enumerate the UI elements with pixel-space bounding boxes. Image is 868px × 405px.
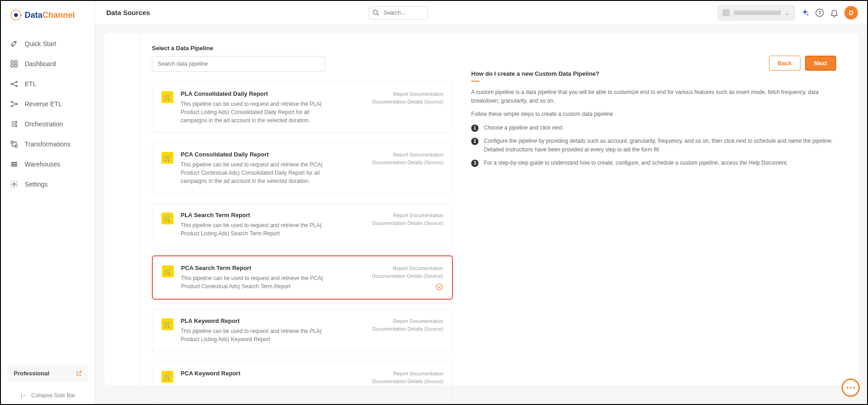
help-follow: Follow these simple steps to create a cu… (471, 110, 847, 119)
svg-point-18 (816, 9, 824, 16)
account-icon (722, 9, 730, 16)
documentation-details-link[interactable]: Documentation Details (Source) (372, 272, 443, 280)
help-divider (471, 81, 479, 82)
account-name-redacted (733, 10, 781, 15)
sidebar-item-reverse-etl[interactable]: Reverse ETL (1, 94, 95, 114)
etl-icon (10, 80, 18, 88)
collapse-sidebar[interactable]: |← Collapse Side Bar (1, 387, 95, 404)
check-circle-icon (436, 283, 443, 291)
report-documentation-link[interactable]: Report Documentation (372, 151, 443, 159)
flipkart-icon: 🛒 (161, 371, 173, 383)
sidebar-item-label: Quick Start (25, 40, 56, 47)
back-button[interactable]: Back (769, 56, 800, 71)
svg-point-11 (11, 105, 12, 107)
pipeline-card[interactable]: 🛒 PCA Keyword Report Report Documentatio… (152, 361, 453, 403)
plan-badge[interactable]: Professional (7, 364, 88, 382)
step-text: For a step-by-step guide to understand h… (484, 159, 788, 167)
warehouses-icon (10, 160, 18, 168)
external-link-icon (76, 370, 82, 377)
report-documentation-link[interactable]: Report Documentation (372, 90, 443, 98)
sidebar-item-label: Reverse ETL (25, 100, 62, 108)
collapse-icon: |← (21, 392, 27, 399)
sidebar-item-label: ETL (25, 80, 36, 88)
reverse-etl-icon (10, 100, 18, 108)
svg-point-8 (16, 85, 17, 87)
step-text: Choose a pipeline and click next. (484, 124, 564, 132)
pipeline-card[interactable]: 🛒 PLA Consolidated Daily Report This pip… (152, 82, 453, 133)
svg-point-10 (11, 101, 12, 103)
sparkle-icon[interactable] (800, 8, 810, 17)
help-icon[interactable] (815, 8, 824, 17)
flipkart-icon: 🛒 (161, 152, 173, 164)
sidebar-item-label: Orchestration (25, 120, 63, 128)
report-documentation-link[interactable]: Report Documentation (372, 212, 443, 219)
orchestration-icon (10, 120, 18, 128)
plan-label: Professional (14, 370, 49, 377)
step-number: 2 (471, 138, 478, 145)
pipeline-card[interactable]: 🛒 PLA Search Term Report This pipeline c… (152, 203, 453, 246)
pipeline-card[interactable]: 🛒 PCA Consolidated Daily Report This pip… (152, 142, 453, 194)
account-selector[interactable]: ⌄ (717, 5, 795, 21)
pipeline-search-input[interactable] (152, 56, 325, 72)
search-icon (372, 9, 379, 16)
logo-text: DataChannel (25, 10, 75, 20)
collapse-label: Collapse Side Bar (31, 392, 75, 399)
chevron-down-icon: ⌄ (785, 9, 790, 16)
step-number: 3 (471, 160, 478, 167)
global-search-wrap (369, 6, 428, 20)
sidebar-item-warehouses[interactable]: Warehouses (1, 154, 95, 174)
svg-point-16 (13, 183, 16, 186)
brand-logo[interactable]: DataChannel (1, 1, 95, 29)
svg-rect-3 (15, 61, 17, 63)
documentation-details-link[interactable]: Documentation Details (Source) (372, 159, 443, 166)
svg-rect-2 (11, 61, 13, 63)
documentation-details-link[interactable]: Documentation Details (Source) (372, 378, 443, 385)
user-avatar[interactable]: D (844, 6, 858, 20)
transformations-icon (10, 140, 18, 148)
next-button[interactable]: Next (805, 56, 836, 71)
sidebar-item-transformations[interactable]: Transformations (1, 134, 95, 154)
sidebar: DataChannel Quick Start Dashboard ETL Re… (1, 1, 95, 404)
pipeline-desc: This pipeline can be used to request and… (181, 221, 331, 238)
documentation-details-link[interactable]: Documentation Details (Source) (372, 325, 443, 333)
logo-icon (10, 9, 22, 21)
report-documentation-link[interactable]: Report Documentation (372, 370, 443, 378)
pipeline-card[interactable]: 🛒 PLA Keyword Report This pipeline can b… (152, 309, 453, 352)
chat-icon (847, 387, 855, 389)
pipeline-desc: This pipeline can be used to request and… (181, 327, 331, 343)
page-title: Data Sources (106, 9, 150, 16)
help-title: How do I create a new Custom Data Pipeli… (471, 70, 847, 77)
report-documentation-link[interactable]: Report Documentation (372, 265, 443, 272)
sidebar-item-label: Transformations (25, 140, 71, 148)
svg-point-1 (14, 13, 18, 17)
step-number: 1 (471, 125, 478, 132)
pipeline-list: 🛒 PLA Consolidated Daily Report This pip… (152, 82, 453, 385)
step-text: Configure the pipeline by providing deta… (484, 137, 847, 154)
flipkart-icon: 🛒 (161, 213, 173, 224)
svg-point-19 (436, 284, 442, 290)
pipeline-desc: This pipeline can be used to request and… (181, 100, 331, 125)
svg-point-17 (373, 10, 377, 14)
svg-rect-4 (11, 65, 13, 67)
help-intro: A custom pipeline is a data pipeline tha… (471, 88, 847, 105)
sidebar-item-label: Warehouses (25, 161, 60, 168)
gear-icon (10, 180, 18, 188)
report-documentation-link[interactable]: Report Documentation (372, 317, 443, 325)
sidebar-item-etl[interactable]: ETL (1, 74, 95, 94)
main-panel: Select a Data Pipeline 🛒 PLA Consolidate… (104, 34, 858, 385)
bell-icon[interactable] (830, 8, 839, 17)
sidebar-item-orchestration[interactable]: Orchestration (1, 114, 95, 134)
sidebar-item-label: Settings (25, 181, 48, 188)
sidebar-item-quick-start[interactable]: Quick Start (1, 34, 95, 54)
flipkart-icon: 🛒 (161, 318, 173, 330)
pipeline-card-selected[interactable]: 🛒 PCA Search Term Report This pipeline c… (152, 255, 453, 300)
sidebar-item-settings[interactable]: Settings (1, 174, 95, 194)
pipeline-desc: This pipeline can be used to request and… (181, 161, 331, 185)
svg-point-9 (16, 104, 17, 105)
topbar: Data Sources ⌄ D (95, 1, 867, 25)
documentation-details-link[interactable]: Documentation Details (Source) (372, 219, 443, 227)
chat-fab[interactable] (842, 379, 860, 397)
sidebar-nav: Quick Start Dashboard ETL Reverse ETL Or… (1, 29, 95, 364)
sidebar-item-dashboard[interactable]: Dashboard (1, 54, 95, 74)
documentation-details-link[interactable]: Documentation Details (Source) (372, 98, 443, 106)
